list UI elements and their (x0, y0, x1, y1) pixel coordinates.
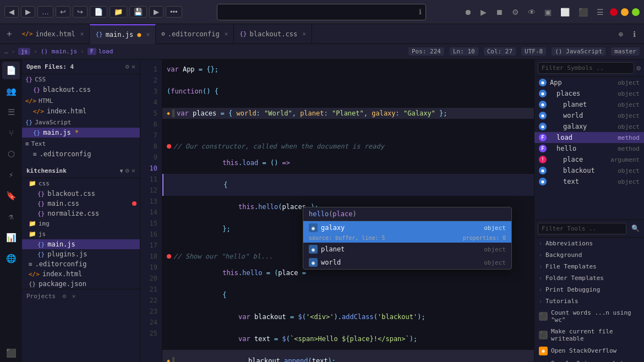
tab-index-html[interactable]: </> index.html ✕ (17, 24, 90, 44)
sym-text[interactable]: ● text object (534, 176, 644, 187)
sidebar-icon-lightning[interactable]: ⚡ (2, 166, 20, 184)
tool-print-debugging[interactable]: › Print Debugging (534, 284, 644, 295)
tree-main-css[interactable]: {} main.css (22, 199, 140, 209)
tool-tutorials[interactable]: › Tutorials (534, 295, 644, 307)
sym-hello[interactable]: F hello method (534, 143, 644, 154)
bc-js-tag[interactable]: js (18, 48, 30, 55)
tool-background[interactable]: › Background (534, 249, 644, 261)
projects-gear2[interactable]: ⚙ (63, 293, 67, 300)
bc-branch[interactable]: master (611, 47, 640, 56)
file-group-header-js[interactable]: {} JavaScript (22, 117, 140, 128)
minimize-button[interactable] (621, 8, 629, 16)
nav-file-button[interactable]: 📄 (90, 6, 107, 18)
sidebar-icon-files[interactable]: 📄 (2, 62, 20, 79)
tab-info-button[interactable]: ℹ (630, 28, 638, 40)
sym-place[interactable]: ! place argument (534, 154, 644, 165)
nav-redo-button[interactable]: ↪ (73, 6, 88, 18)
symbols-filter-input[interactable] (538, 62, 634, 74)
tab-main-js[interactable]: {} main.js ● ✕ (90, 24, 156, 44)
sym-world[interactable]: ● world object (534, 110, 644, 121)
projects-dropdown[interactable]: ▼ (120, 168, 123, 174)
sidebar-icon-flask[interactable]: ⚗ (2, 208, 20, 226)
tree-plugins-js[interactable]: {} plugins.js (22, 249, 140, 259)
sidebar-icon-git[interactable]: ⑂ (2, 124, 20, 142)
file-item-editorconfig[interactable]: ≡ .editorconfig (22, 149, 140, 159)
tab-new-button[interactable]: ⊕ (616, 28, 626, 40)
layout1-button[interactable]: ▣ (542, 6, 554, 18)
tree-package-json[interactable]: {} package.json (22, 279, 140, 289)
tool-sample-snippet[interactable]: * Sample Snippe...ck to Insert (534, 358, 644, 363)
sidebar-icon-debug[interactable]: ⬡ (2, 145, 20, 163)
bc-main-js[interactable]: () main.js (41, 48, 77, 55)
sym-galaxy[interactable]: ● galaxy object (534, 121, 644, 132)
nav-menu-button[interactable]: … (37, 6, 53, 18)
autocomplete-popup[interactable]: hello(place) ◉ galaxy object source: buf… (303, 207, 512, 270)
file-group-header-html[interactable]: </> HTML (22, 96, 140, 106)
open-files-gear[interactable]: ⚙ (125, 63, 129, 70)
play-button[interactable]: ▶ (478, 6, 489, 18)
bc-load[interactable]: load (99, 48, 113, 55)
ac-item-galaxy[interactable]: ◉ galaxy object (303, 221, 511, 234)
nav-back-button[interactable]: ◀ (4, 6, 19, 18)
sidebar-icon-bottom1[interactable]: ⬛ (2, 344, 20, 362)
sidebar-icon-globe[interactable]: 🌐 (2, 250, 20, 267)
tree-blackout-css[interactable]: {} blackout.css (22, 189, 140, 199)
tab-close-index-html[interactable]: ✕ (80, 30, 84, 37)
tab-editorconfig[interactable]: ⚙ .editorconfig ✕ (156, 24, 234, 44)
open-files-x[interactable]: ✕ (132, 63, 135, 70)
file-item-index-html[interactable]: </> index.html (22, 106, 140, 116)
file-group-header-text[interactable]: ≡ Text (22, 139, 140, 149)
file-item-blackout-css[interactable]: {} blackout.css (22, 85, 140, 95)
layout3-button[interactable]: ⬛ (576, 6, 591, 18)
sym-places[interactable]: ● places object (534, 88, 644, 99)
tool-file-templates[interactable]: › File Templates (534, 261, 644, 272)
stop-button[interactable]: ⏹ (493, 6, 506, 18)
tab-blackout-css[interactable]: {} blackout.css ✕ (234, 24, 312, 44)
nav-run-button[interactable]: ▶ (149, 6, 163, 18)
nav-dots-button[interactable]: ••• (166, 6, 182, 18)
ac-item-planet[interactable]: ◉ planet object (303, 243, 511, 256)
symbols-gear[interactable]: ⚙ (636, 64, 641, 72)
tree-index-html[interactable]: </> index.html (22, 269, 140, 279)
sym-app[interactable]: ● App object (534, 77, 644, 88)
settings-button[interactable]: ⚙ (509, 6, 522, 18)
tree-css-folder[interactable]: 📁 css (22, 178, 140, 189)
goto-input[interactable]: Go to Anything (217, 4, 426, 20)
bc-syntax[interactable]: () JavaScript (552, 47, 605, 56)
tools-search-icon[interactable]: 🔍 (629, 223, 642, 234)
nav-folder-button[interactable]: 📁 (110, 6, 127, 18)
sidebar-icon-bookmark[interactable]: 🔖 (2, 187, 20, 205)
maximize-button[interactable] (632, 8, 640, 16)
tool-stackoverflow[interactable]: ◉ Open StackOverflow (534, 344, 644, 358)
projects-gear[interactable]: ⚙ (125, 167, 129, 174)
tree-normalize-css[interactable]: {} normalize.css (22, 209, 140, 218)
nav-forward-button[interactable]: ▶ (21, 6, 35, 18)
tool-count-words[interactable]: ⬛ Count words ...n using "wc" (534, 307, 644, 326)
nav-save-button[interactable]: 💾 (129, 6, 147, 18)
bc-encoding[interactable]: UTF-8 (521, 47, 546, 56)
tab-add-button[interactable]: + (2, 29, 17, 39)
sym-blackout[interactable]: ● blackout object (534, 165, 644, 176)
tool-folder-templates[interactable]: › Folder Templates (534, 272, 644, 284)
sym-planet[interactable]: ● planet object (534, 99, 644, 110)
ac-item-world[interactable]: ◉ world object (303, 256, 511, 269)
sidebar-icon-list[interactable]: ☰ (2, 103, 20, 121)
tree-editorconfig[interactable]: ≡ .editorconfig (22, 259, 140, 269)
tool-abbreviations[interactable]: › Abbreviations (534, 238, 644, 249)
tree-img-folder[interactable]: 📁 img (22, 218, 140, 229)
tool-make-writeable[interactable]: ⬛ Make current file writeable (534, 326, 644, 344)
editor-area[interactable]: 1 2 3 4 5 6 7 8 9 10 11 12 13 14 15 16 1… (140, 59, 534, 362)
layout2-button[interactable]: ⬜ (558, 6, 572, 18)
projects-x[interactable]: ✕ (132, 167, 135, 174)
projects-x2[interactable]: ✕ (72, 293, 76, 300)
tools-filter-input[interactable] (538, 223, 626, 234)
sym-load[interactable]: F load method (534, 132, 644, 143)
projects-footer[interactable]: Projects ⚙ ✕ (22, 289, 140, 303)
menu-button[interactable]: ☰ (594, 6, 607, 18)
file-item-main-js[interactable]: {} main.js * (22, 128, 140, 138)
sidebar-icon-chart[interactable]: 📊 (2, 229, 20, 246)
eye-button[interactable]: 👁 (525, 6, 538, 18)
tab-close-main-js[interactable]: ✕ (146, 31, 150, 38)
record-button[interactable]: ⏺ (461, 6, 474, 18)
file-group-header-css[interactable]: {} CSS (22, 74, 140, 85)
